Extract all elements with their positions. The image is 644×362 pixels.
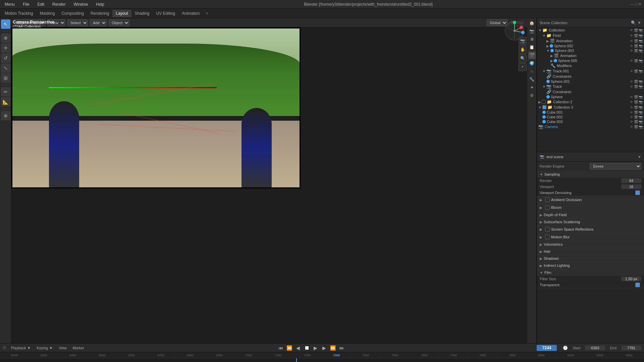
outliner-item-sphere005[interactable]: ▶ Sphere.005 👁🎬📷 bbox=[537, 58, 644, 63]
vp-dot-icon[interactable]: • bbox=[519, 63, 527, 71]
outliner-item-cube003[interactable]: Cube.003 👁🎬📷 bbox=[537, 119, 644, 124]
outliner-item-animation-2[interactable]: ▶ 🎬 Animation bbox=[537, 53, 644, 58]
next-keyframe-btn[interactable]: ⏩ bbox=[329, 344, 337, 352]
menu-edit[interactable]: Edit bbox=[35, 1, 46, 7]
outliner-item-track001[interactable]: ▼ 📷 Track.001 👁🎬📷 bbox=[537, 68, 644, 74]
outliner-item-modifiers[interactable]: 🔧 Modifiers bbox=[537, 63, 644, 68]
props-render-btn[interactable]: 📷 bbox=[528, 27, 536, 35]
outliner-item-camera[interactable]: 📷 Camera 👁🎬📷 bbox=[537, 124, 644, 129]
props-scene-btn[interactable]: 🏠 bbox=[528, 19, 536, 27]
transparent-checkbox[interactable] bbox=[635, 283, 640, 287]
props-scene-settings-btn[interactable]: 🎬 bbox=[528, 52, 536, 59]
tool-transform[interactable]: ⊞ bbox=[1, 73, 10, 83]
tool-cursor[interactable]: ⊕ bbox=[1, 33, 10, 43]
outliner-item-constraints-1[interactable]: 🔗 Constraints bbox=[537, 74, 644, 79]
props-world-btn[interactable]: 🌍 bbox=[528, 60, 536, 67]
tab-animation[interactable]: Animation bbox=[178, 10, 203, 17]
screen-space-reflections-header[interactable]: ▶ Screen Space Reflections bbox=[537, 226, 644, 233]
render-value[interactable]: 64 bbox=[621, 178, 641, 183]
props-physics-btn[interactable]: ⚙ bbox=[528, 92, 536, 99]
tab-motion-tracking[interactable]: Motion Tracking bbox=[1, 10, 37, 17]
indirect-lighting-header[interactable]: ▶ Indirect Lighting bbox=[537, 262, 644, 269]
outliner-item-field[interactable]: ▼ 📁 Field 👁🎬📷 bbox=[537, 33, 644, 38]
props-particles-btn[interactable]: ✦ bbox=[528, 84, 536, 91]
subsurface-scattering-header[interactable]: ▶ Subsurface Scattering bbox=[537, 219, 644, 225]
vp-hand-icon[interactable]: ✋ bbox=[519, 46, 527, 54]
filter-size-value[interactable]: 1.50 px bbox=[621, 277, 641, 281]
outliner-item-cube001[interactable]: Cube.001 👁🎬📷 bbox=[537, 110, 644, 115]
ambient-occlusion-header[interactable]: ▶ Ambient Occlusion bbox=[537, 196, 644, 203]
outliner-item-track[interactable]: ▼ 📷 Track 👁🎬📷 bbox=[537, 84, 644, 89]
jump-start-btn[interactable]: ⏮ bbox=[277, 344, 284, 352]
keying-menu[interactable]: Keying ▼ bbox=[36, 345, 54, 351]
motion-blur-checkbox[interactable] bbox=[545, 235, 550, 239]
film-header[interactable]: ▼ Film bbox=[537, 269, 644, 276]
prev-keyframe-btn[interactable]: ⏪ bbox=[286, 344, 293, 352]
vp-zoom-icon[interactable]: 🔍 bbox=[519, 54, 527, 62]
menu-render[interactable]: Render bbox=[50, 1, 67, 7]
tab-compositing[interactable]: Compositing bbox=[58, 10, 87, 17]
depth-of-field-header[interactable]: ▶ Depth of Field bbox=[537, 212, 644, 218]
menu-file[interactable]: File bbox=[21, 1, 31, 7]
navigation-gizmo[interactable] bbox=[504, 21, 525, 41]
add-workspace-button[interactable]: + bbox=[203, 10, 211, 17]
prev-frame-btn[interactable]: ◀ bbox=[294, 344, 302, 352]
tab-masking[interactable]: Masking bbox=[37, 10, 58, 17]
sampling-header[interactable]: ▼ Sampling bbox=[537, 171, 644, 178]
tool-select[interactable]: ↖ bbox=[1, 19, 10, 29]
play-btn[interactable]: ▶ bbox=[312, 344, 319, 352]
playback-menu[interactable]: Playback ▼ bbox=[10, 345, 32, 351]
tool-add[interactable]: ⊕ bbox=[1, 111, 10, 120]
object-menu[interactable]: Object bbox=[109, 19, 129, 26]
props-output-btn[interactable]: 🖥 bbox=[528, 36, 536, 43]
tool-move[interactable]: ✛ bbox=[1, 43, 10, 53]
ambient-occlusion-checkbox[interactable] bbox=[545, 197, 550, 202]
outliner-item-sphere001[interactable]: Sphere.001 👁🎬📷 bbox=[537, 79, 644, 84]
next-frame-btn[interactable]: ▶ bbox=[321, 344, 328, 352]
outliner-item-sphere003[interactable]: ▼ Sphere.003 👁🎬📷 bbox=[537, 48, 644, 53]
tool-rotate[interactable]: ↺ bbox=[1, 53, 10, 63]
current-frame-display[interactable]: 7244 bbox=[537, 345, 557, 351]
render-engine-select[interactable]: Eevee Cycles bbox=[590, 163, 642, 170]
tab-layout[interactable]: Layout bbox=[112, 10, 131, 17]
mode-select[interactable]: Object Mode bbox=[14, 19, 45, 26]
view-menu[interactable]: View bbox=[57, 345, 68, 351]
outliner-item-collection2[interactable]: ▶ 📁 Collection 2 👁🎬📷 bbox=[537, 99, 644, 105]
marker-menu[interactable]: Marker bbox=[71, 345, 86, 351]
props-modifier-btn[interactable]: 🔧 bbox=[528, 76, 536, 83]
tab-rendering[interactable]: Rendering bbox=[87, 10, 112, 17]
viewport-denoising-checkbox[interactable] bbox=[635, 190, 640, 195]
outliner-item-cube002[interactable]: Cube.002 👁🎬📷 bbox=[537, 115, 644, 119]
tool-measure[interactable]: 📐 bbox=[1, 97, 10, 107]
jump-end-btn[interactable]: ⏭ bbox=[338, 344, 345, 352]
tab-shading[interactable]: Shading bbox=[131, 10, 153, 17]
outliner-item-sphere[interactable]: Sphere 👁🎬📷 bbox=[537, 95, 644, 99]
end-frame[interactable]: 7781 bbox=[621, 346, 641, 350]
outliner-filter-icon[interactable]: ▼ bbox=[637, 20, 641, 25]
outliner-item-collection3[interactable]: ▼ 📁 Collection 3 👁🎬📷 bbox=[537, 105, 644, 110]
menu-menu[interactable]: Menu bbox=[3, 1, 17, 7]
motion-blur-header[interactable]: ▶ Motion Blur bbox=[537, 233, 644, 241]
bloom-checkbox[interactable] bbox=[545, 205, 550, 210]
hair-header[interactable]: ▶ Hair bbox=[537, 248, 644, 255]
props-object-btn[interactable]: ○ bbox=[528, 68, 536, 75]
timeline-track[interactable] bbox=[0, 358, 644, 362]
outliner-item-sphere002[interactable]: ▶ Sphere.002 👁🎬📷 bbox=[537, 44, 644, 48]
outliner-search-icon[interactable]: 🔍 bbox=[631, 20, 636, 25]
shadows-header[interactable]: ▶ Shadows bbox=[537, 255, 644, 262]
start-frame[interactable]: 6363 bbox=[585, 346, 605, 350]
tab-uv-editing[interactable]: UV Editing bbox=[153, 10, 179, 17]
outliner-item-constraints-2[interactable]: 🔗 Constraints bbox=[537, 89, 644, 95]
stop-btn[interactable]: ⏹ bbox=[303, 344, 311, 352]
tool-annotate[interactable]: ✏ bbox=[1, 87, 10, 97]
menu-window[interactable]: Window bbox=[71, 1, 90, 7]
tool-scale[interactable]: ⤡ bbox=[1, 63, 10, 73]
view-select[interactable]: View bbox=[47, 19, 65, 26]
menu-help[interactable]: Help bbox=[94, 1, 106, 7]
viewport-value[interactable]: 16 bbox=[621, 184, 641, 189]
volumetrics-header[interactable]: ▶ Volumetrics bbox=[537, 241, 644, 248]
props-view-layer-btn[interactable]: 📋 bbox=[528, 44, 536, 51]
playhead[interactable] bbox=[296, 358, 297, 362]
viewport-scene[interactable] bbox=[11, 27, 301, 188]
add-menu[interactable]: Add bbox=[90, 19, 107, 26]
